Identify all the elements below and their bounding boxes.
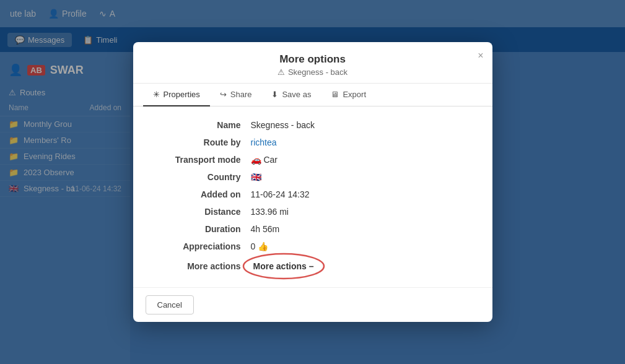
cancel-button[interactable]: Cancel (146, 295, 194, 314)
car-icon: 🚗 (251, 155, 261, 165)
prop-duration: Duration 4h 56m (152, 220, 474, 238)
asterisk-icon: ✳ (153, 90, 160, 99)
modal-tabs: ✳ Properties ↪ Share ⬇ Save as 🖥 Export (133, 84, 492, 106)
prop-transport: Transport mode 🚗 Car (152, 151, 474, 168)
prop-added-on: Added on 11-06-24 14:32 (152, 186, 474, 203)
modal-header: More options ⚠ Skegness - back × (133, 42, 492, 84)
prop-transport-value: 🚗 Car (251, 155, 278, 165)
more-actions-container: More actions – (251, 260, 317, 272)
more-actions-dash: – (309, 261, 314, 271)
prop-country: Country 🇬🇧 (152, 168, 474, 186)
prop-transport-label: Transport mode (152, 155, 251, 165)
tab-properties-label: Properties (164, 90, 200, 99)
tab-save-as[interactable]: ⬇ Save as (261, 84, 321, 106)
modal-title: More options (146, 53, 480, 66)
prop-appreciations-value: 0 👍 (251, 241, 269, 251)
more-actions-button[interactable]: More actions – (251, 260, 317, 272)
prop-distance-label: Distance (152, 207, 251, 217)
tab-export-label: Export (343, 90, 366, 99)
modal-subtitle: ⚠ Skegness - back (146, 67, 480, 77)
modal-dialog: More options ⚠ Skegness - back × ✳ Prope… (133, 42, 492, 322)
prop-route-by-label: Route by (152, 137, 251, 147)
download-icon: ⬇ (271, 90, 278, 99)
prop-country-value: 🇬🇧 (251, 172, 261, 182)
prop-route-by-value[interactable]: richtea (251, 137, 277, 147)
prop-duration-label: Duration (152, 224, 251, 234)
modal-footer: Cancel (133, 287, 492, 322)
more-actions-text: More actions (253, 261, 307, 271)
modal-subtitle-text: Skegness - back (288, 67, 347, 77)
tab-properties[interactable]: ✳ Properties (143, 84, 210, 106)
prop-added-on-label: Added on (152, 189, 251, 199)
prop-country-label: Country (152, 172, 251, 182)
more-actions-row: More actions More actions – (152, 255, 474, 277)
prop-added-on-value: 11-06-24 14:32 (251, 189, 310, 199)
prop-distance-value: 133.96 mi (251, 207, 289, 217)
tab-share-label: Share (230, 90, 252, 99)
prop-distance: Distance 133.96 mi (152, 203, 474, 220)
prop-route-by: Route by richtea (152, 134, 474, 151)
tab-save-as-label: Save as (282, 90, 311, 99)
prop-name-label: Name (152, 120, 251, 130)
tab-export[interactable]: 🖥 Export (321, 84, 376, 106)
share-icon: ↪ (220, 90, 227, 99)
tab-share[interactable]: ↪ Share (210, 84, 262, 106)
warning-icon: ⚠ (278, 67, 285, 77)
prop-appreciations-label: Appreciations (152, 241, 251, 251)
prop-duration-value: 4h 56m (251, 224, 280, 234)
more-actions-label: More actions (152, 261, 251, 271)
prop-name-value: Skegness - back (251, 120, 315, 130)
prop-name: Name Skegness - back (152, 116, 474, 134)
prop-appreciations: Appreciations 0 👍 (152, 238, 474, 255)
modal-body: Name Skegness - back Route by richtea Tr… (133, 106, 492, 287)
modal-close-button[interactable]: × (478, 51, 483, 61)
modal-overlay: More options ⚠ Skegness - back × ✳ Prope… (0, 0, 625, 364)
export-icon: 🖥 (331, 90, 339, 99)
